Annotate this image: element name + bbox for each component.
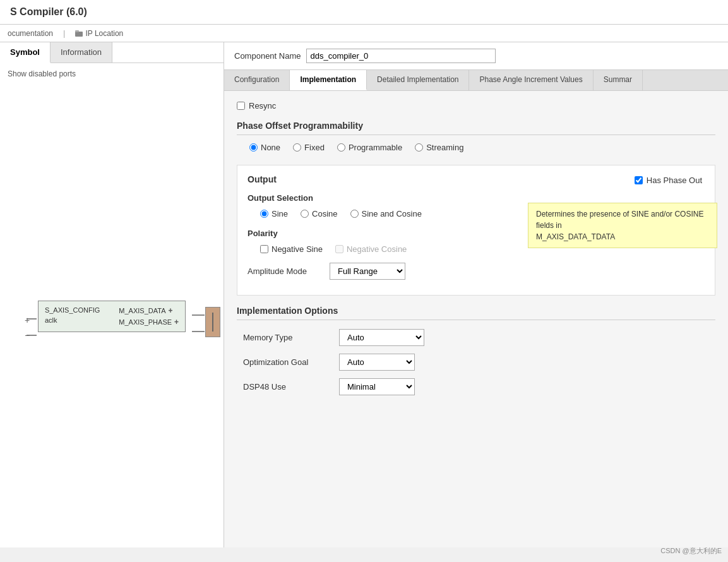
resync-row: Resync xyxy=(237,101,715,111)
left-tabs: Symbol Information xyxy=(0,42,224,63)
radio-sine-cosine[interactable]: Sine and Cosine xyxy=(350,209,422,218)
memory-type-label: Memory Type xyxy=(243,333,331,342)
ip-location-link[interactable]: IP Location xyxy=(75,29,123,38)
port-s-axis-config: S_AXIS_CONFIG xyxy=(45,306,100,314)
svg-rect-0 xyxy=(75,32,83,37)
tabs-bar: Configuration Implementation Detailed Im… xyxy=(224,70,728,91)
component-name-input[interactable] xyxy=(306,49,496,63)
phase-offset-radio-group: None Fixed Programmable Streaming xyxy=(249,143,715,152)
port-m-axis-phase: M_AXIS_PHASE + xyxy=(119,318,179,326)
output-selection-title: Output Selection xyxy=(248,193,705,203)
dsp48-use-row: DSP48 Use Minimal Maximum xyxy=(243,378,715,395)
radio-sine[interactable]: Sine xyxy=(260,209,288,218)
tab-phase-angle[interactable]: Phase Angle Increment Values xyxy=(469,70,593,90)
has-phase-row: Has Phase Out xyxy=(635,176,702,185)
app-title: S Compiler (6.0) xyxy=(10,6,87,17)
memory-type-select[interactable]: Auto Block ROM Distributed ROM xyxy=(339,329,424,346)
has-phase-checkbox[interactable] xyxy=(635,176,643,184)
nav-bar: ocumentation | IP Location xyxy=(0,25,728,42)
symbol-ports: S_AXIS_CONFIG aclk M_AXIS_DATA + xyxy=(45,306,179,326)
radio-programmable[interactable]: Programmable xyxy=(337,143,402,152)
phase-offset-section: Phase Offset Programmability None Fixed … xyxy=(237,121,715,152)
port-plus-phase: + xyxy=(174,318,179,326)
left-panel: Symbol Information Show disabled ports xyxy=(0,42,224,547)
content-area: Resync Phase Offset Programmability None… xyxy=(224,91,728,547)
symbol-block: + − S_AXIS_CONFIG aclk xyxy=(38,301,186,332)
negative-sine-checkbox[interactable] xyxy=(260,245,268,253)
radio-cosine[interactable]: Cosine xyxy=(301,209,337,218)
tab-information[interactable]: Information xyxy=(51,42,112,63)
phase-offset-title: Phase Offset Programmability xyxy=(237,121,715,135)
radio-fixed[interactable]: Fixed xyxy=(293,143,325,152)
main-layout: Symbol Information Show disabled ports xyxy=(0,42,728,547)
dsp48-use-label: DSP48 Use xyxy=(243,382,331,392)
tab-implementation[interactable]: Implementation xyxy=(290,70,367,90)
negative-cosine-label: Negative Cosine xyxy=(335,244,407,254)
port-m-axis-data: M_AXIS_DATA + xyxy=(119,306,179,315)
resync-label[interactable]: Resync xyxy=(249,101,276,111)
title-bar: S Compiler (6.0) xyxy=(0,0,728,25)
amplitude-mode-select[interactable]: Full Range Unit Circle xyxy=(330,263,405,280)
optimization-goal-label: Optimization Goal xyxy=(243,357,331,367)
watermark: CSDN @意大利的E xyxy=(660,546,722,547)
optimization-goal-row: Optimization Goal Auto Speed Area xyxy=(243,354,715,371)
tab-summary[interactable]: Summar xyxy=(594,70,643,90)
tab-configuration[interactable]: Configuration xyxy=(224,70,290,90)
nav-separator: | xyxy=(63,28,65,38)
radio-none[interactable]: None xyxy=(249,143,280,152)
port-plus-data: + xyxy=(168,306,172,315)
amplitude-mode-row: Amplitude Mode Full Range Unit Circle xyxy=(248,263,705,280)
doc-link[interactable]: ocumentation xyxy=(8,29,53,38)
optimization-goal-select[interactable]: Auto Speed Area xyxy=(339,354,415,371)
port-aclk: aclk xyxy=(45,316,100,324)
tooltip-box: Determines the presence of SINE and/or C… xyxy=(528,203,717,248)
negative-cosine-checkbox xyxy=(335,245,343,253)
component-name-bar: Component Name xyxy=(224,42,728,70)
tab-symbol[interactable]: Symbol xyxy=(0,42,51,63)
symbol-area: + − S_AXIS_CONFIG aclk xyxy=(0,85,224,547)
output-section: Output Has Phase Out Output Selection Si… xyxy=(237,165,715,296)
memory-type-row: Memory Type Auto Block ROM Distributed R… xyxy=(243,329,715,346)
has-phase-label[interactable]: Has Phase Out xyxy=(647,176,702,185)
resync-checkbox[interactable] xyxy=(237,102,245,110)
port-left: S_AXIS_CONFIG aclk xyxy=(45,306,100,326)
dsp48-use-select[interactable]: Minimal Maximum xyxy=(339,378,415,395)
impl-options-section: Implementation Options Memory Type Auto … xyxy=(237,306,715,395)
amplitude-mode-label: Amplitude Mode xyxy=(248,266,323,276)
folder-icon xyxy=(75,30,83,37)
impl-options-title: Implementation Options xyxy=(237,306,715,320)
output-selection-radio-group: Sine Cosine Sine and Cosine Determines t… xyxy=(260,209,705,218)
negative-sine-label[interactable]: Negative Sine xyxy=(260,244,323,254)
radio-streaming[interactable]: Streaming xyxy=(415,143,463,152)
port-right: M_AXIS_DATA + M_AXIS_PHASE + xyxy=(119,306,179,326)
svg-rect-1 xyxy=(75,30,79,32)
component-name-label: Component Name xyxy=(234,51,301,61)
right-panel: Component Name Configuration Implementat… xyxy=(224,42,728,547)
tab-detailed-implementation[interactable]: Detailed Implementation xyxy=(367,70,469,90)
show-disabled-ports: Show disabled ports xyxy=(0,63,224,85)
